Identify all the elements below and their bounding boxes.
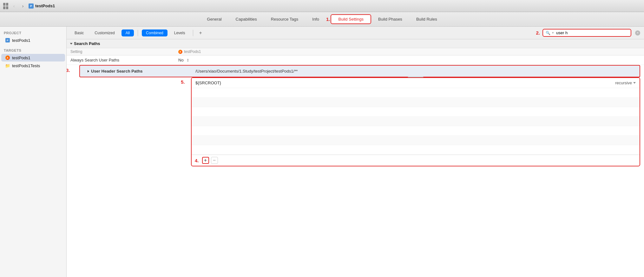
sidebar-item-project[interactable]: P testPods1: [1, 36, 65, 44]
filter-levels[interactable]: Levels: [170, 29, 189, 36]
tab-info[interactable]: Info: [305, 15, 326, 23]
row-value-user-header: /Users/xiao/Documents/1.Study/testProjec…: [192, 67, 636, 75]
row-user-header-search[interactable]: User Header Search Paths /Users/xiao/Doc…: [79, 65, 640, 77]
filter-combined[interactable]: Combined: [142, 29, 168, 36]
sidebar-target-1-name: testPods1: [12, 55, 30, 60]
search-clear-button[interactable]: ×: [635, 30, 640, 35]
filter-divider-2: [193, 30, 193, 36]
recursive-label: recursive: [615, 81, 632, 85]
filter-add-button[interactable]: +: [197, 29, 204, 36]
empty-row-7: [192, 145, 640, 155]
forward-button[interactable]: ›: [20, 3, 26, 9]
expand-panel-wrapper: 5. recursive: [191, 77, 640, 166]
step5-label: 5.: [181, 79, 185, 85]
col-target-header: A testPods1: [178, 49, 640, 54]
sidebar-target-2-name: testPods1Tests: [12, 63, 40, 68]
empty-row-5: [192, 126, 640, 136]
folder-icon: 📁: [5, 63, 10, 68]
recursive-dropdown[interactable]: [633, 82, 636, 84]
section-toggle[interactable]: [70, 43, 73, 44]
step1-label: 1.: [326, 16, 330, 22]
project-section-label: PROJECT: [0, 29, 66, 36]
settings-table: Search Paths Setting A testPods1 Always …: [67, 39, 644, 277]
search-dropdown[interactable]: ▾: [552, 31, 554, 35]
empty-row-2: [192, 98, 640, 107]
sidebar: PROJECT P testPods1 TARGETS testPods1 📁 …: [0, 27, 67, 277]
stepper-always-search[interactable]: ▲ ▼: [187, 58, 189, 62]
title-bar: ‹ › P testPods1: [0, 0, 644, 12]
back-button[interactable]: ‹: [11, 3, 17, 9]
col-target-icon: A: [178, 50, 182, 54]
expand-footer: 4. + −: [192, 155, 640, 166]
tab-build-rules[interactable]: Build Rules: [409, 15, 444, 23]
expand-panel: recursive 4. +: [191, 77, 640, 166]
remove-path-button[interactable]: −: [211, 157, 218, 164]
sidebar-item-target-testpods1tests[interactable]: 📁 testPods1Tests: [1, 62, 65, 69]
tab-capabilities[interactable]: Capabilities: [229, 15, 264, 23]
tab-build-settings[interactable]: Build Settings: [331, 14, 371, 24]
row-always-search[interactable]: Always Search User Paths No ▲ ▼: [67, 55, 644, 65]
content-area: Basic Customized All Combined Levels + 2…: [67, 27, 644, 277]
main-layout: PROJECT P testPods1 TARGETS testPods1 📁 …: [0, 27, 644, 277]
filter-bar: Basic Customized All Combined Levels + 2…: [67, 27, 644, 39]
row-setting-always-search: Always Search User Paths: [70, 58, 178, 62]
tab-bar: General Capabilities Resource Tags Info …: [0, 12, 644, 27]
empty-row-6: [192, 136, 640, 145]
col-target-name: testPods1: [184, 49, 201, 54]
user-header-row-wrapper: 3. User Header Search Paths /Users/xiao/…: [67, 65, 644, 169]
col-headers: Setting A testPods1: [67, 48, 644, 55]
row-value-always-search: No ▲ ▼: [178, 58, 640, 62]
filter-divider: [138, 30, 138, 36]
empty-row-1: [192, 88, 640, 98]
tab-build-phases[interactable]: Build Phases: [371, 15, 409, 23]
expand-row-srcroot: recursive: [192, 78, 640, 88]
project-icon: P: [5, 38, 10, 43]
project-title: P testPods1: [29, 3, 55, 9]
step2-label: 2.: [536, 30, 540, 35]
grid-icon[interactable]: [3, 3, 8, 9]
search-area: 2. 🔍 ▾ ×: [536, 29, 640, 37]
add-path-button[interactable]: +: [202, 157, 209, 164]
col-setting-header: Setting: [70, 49, 178, 54]
row-setting-user-header: User Header Search Paths: [84, 67, 192, 75]
step4-label: 4.: [195, 158, 199, 163]
empty-row-4: [192, 117, 640, 126]
tab-general[interactable]: General: [200, 15, 228, 23]
filter-customized[interactable]: Customized: [90, 29, 119, 36]
targets-section-label: TARGETS: [0, 47, 66, 54]
row-expand-toggle[interactable]: [88, 70, 89, 73]
search-input[interactable]: [556, 30, 628, 35]
filter-all[interactable]: All: [122, 29, 134, 36]
tab-resource-tags[interactable]: Resource Tags: [264, 15, 305, 23]
sidebar-item-target-testpods1[interactable]: testPods1: [1, 54, 65, 61]
target-icon-1: [5, 55, 10, 60]
project-name: testPods1: [35, 3, 55, 8]
search-box: 🔍 ▾: [542, 29, 631, 37]
empty-row-3: [192, 107, 640, 117]
sidebar-project-name: testPods1: [12, 38, 30, 43]
search-icon: 🔍: [546, 31, 550, 35]
srcroot-input[interactable]: [195, 81, 615, 85]
filter-basic[interactable]: Basic: [70, 29, 88, 36]
step3-label: 3.: [67, 68, 70, 73]
section-search-paths: Search Paths: [67, 39, 644, 48]
project-file-icon: P: [29, 3, 34, 9]
section-label: Search Paths: [74, 41, 100, 46]
